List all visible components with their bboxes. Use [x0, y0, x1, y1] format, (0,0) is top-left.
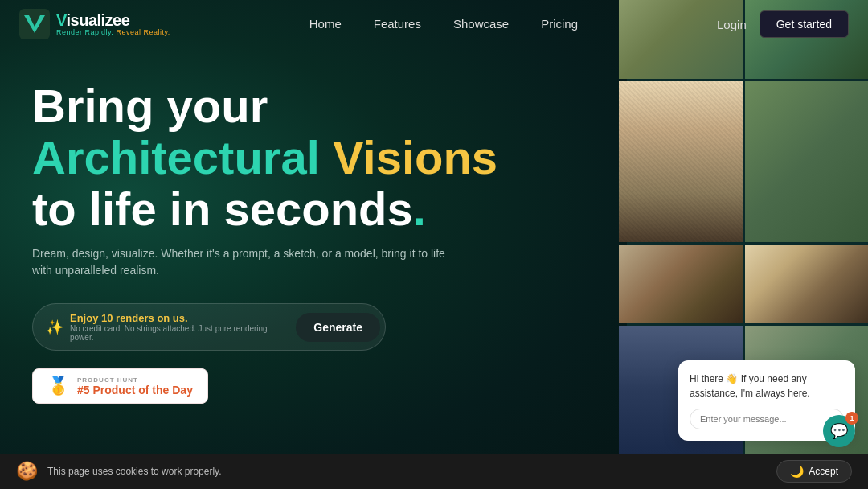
- ph-rank: #5 Product of the Day: [77, 384, 193, 397]
- login-button[interactable]: Login: [717, 18, 747, 31]
- navigation: Visualizee Render Rapidly. Reveal Realit…: [0, 0, 868, 48]
- grid-image-6: [745, 244, 869, 323]
- cookie-message: This page uses cookies to work properly.: [47, 466, 767, 477]
- magic-wand-icon: ✨: [46, 318, 63, 336]
- grid-image-3-sketch: [619, 81, 743, 242]
- get-started-button[interactable]: Get started: [760, 10, 849, 38]
- nav-home[interactable]: Home: [309, 17, 342, 31]
- nav-right: Login Get started: [717, 10, 849, 38]
- accept-label: Accept: [809, 466, 838, 477]
- logo-tagline: Render Rapidly. Reveal Reality.: [56, 29, 170, 36]
- hero-subtitle: Dream, design, visualize. Whether it's a…: [32, 245, 466, 279]
- chat-open-button[interactable]: 💬 1: [823, 415, 855, 447]
- hero-title-line2: Architectural Visions: [32, 132, 601, 183]
- cookie-bar: 🍪 This page uses cookies to work properl…: [0, 454, 868, 489]
- grid-image-5: [619, 244, 743, 323]
- nav-features[interactable]: Features: [374, 17, 421, 31]
- medal-icon: 🥇: [47, 376, 69, 397]
- cta-bar-text: Enjoy 10 renders on us. No credit card. …: [70, 312, 289, 342]
- ph-text: PRODUCT HUNT #5 Product of the Day: [77, 376, 193, 397]
- moon-icon: 🌙: [790, 465, 804, 478]
- product-hunt-badge[interactable]: 🥇 PRODUCT HUNT #5 Product of the Day: [32, 368, 208, 404]
- nav-pricing[interactable]: Pricing: [541, 17, 578, 31]
- generate-button[interactable]: Generate: [296, 313, 380, 342]
- nav-links: Home Features Showcase Pricing: [309, 17, 578, 31]
- hero-content: Bring your Architectural Visions to life…: [19, 64, 614, 420]
- logo[interactable]: Visualizee Render Rapidly. Reveal Realit…: [19, 9, 170, 39]
- accept-cookies-button[interactable]: 🌙 Accept: [776, 460, 852, 483]
- cta-bar: ✨ Enjoy 10 renders on us. No credit card…: [32, 303, 386, 351]
- chat-notification-badge: 1: [845, 412, 858, 425]
- cta-sub-text: No credit card. No strings attached. Jus…: [70, 324, 289, 342]
- chat-input-wrap[interactable]: [690, 409, 844, 429]
- hero-title-line3: to life in seconds.: [32, 183, 601, 235]
- logo-icon: [19, 9, 50, 39]
- ph-label: PRODUCT HUNT: [77, 376, 193, 384]
- chat-icon: 💬: [830, 422, 848, 440]
- logo-name: Visualizee: [56, 12, 170, 28]
- chat-message: Hi there 👋 If you need any assistance, I…: [690, 372, 844, 401]
- hero-title-line1: Bring your: [32, 80, 601, 132]
- chat-input[interactable]: [700, 414, 833, 424]
- svg-rect-0: [19, 9, 50, 39]
- cookie-icon: 🍪: [16, 461, 38, 482]
- grid-image-4: [745, 81, 869, 242]
- cta-main-text: Enjoy 10 renders on us.: [70, 312, 289, 324]
- nav-showcase[interactable]: Showcase: [453, 17, 509, 31]
